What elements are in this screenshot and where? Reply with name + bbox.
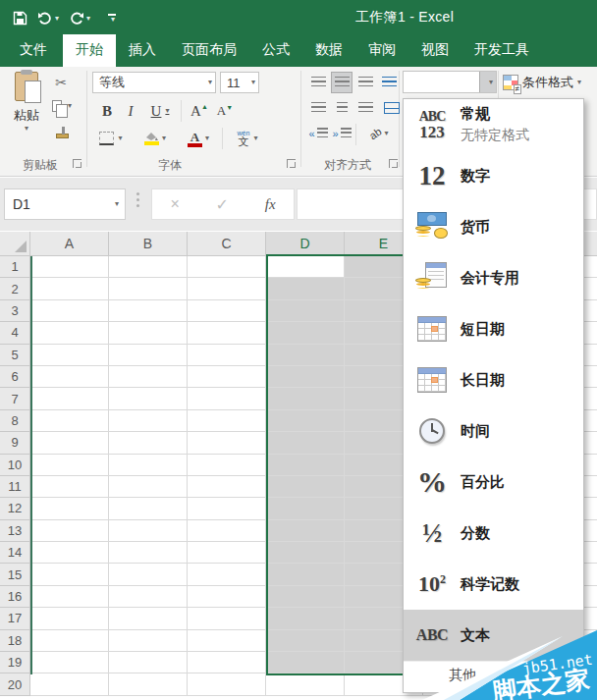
cell[interactable]: [109, 476, 188, 498]
tab-开始[interactable]: 开始: [63, 34, 116, 67]
select-all-corner[interactable]: [0, 232, 30, 256]
cell[interactable]: [266, 608, 345, 629]
cell[interactable]: [30, 630, 109, 652]
cell[interactable]: [266, 586, 345, 608]
fill-color-button[interactable]: ▾: [137, 128, 173, 149]
format-option-time[interactable]: 时间: [404, 405, 583, 457]
cell[interactable]: [109, 564, 188, 585]
tab-数据[interactable]: 数据: [302, 34, 355, 67]
row-header-17[interactable]: 17: [0, 608, 30, 629]
cell[interactable]: [30, 608, 109, 629]
cell[interactable]: [30, 345, 109, 366]
redo-caret-icon[interactable]: ▾: [86, 14, 90, 23]
cell[interactable]: [109, 455, 188, 476]
cell[interactable]: [266, 630, 345, 652]
cell[interactable]: [30, 586, 109, 608]
cell[interactable]: [30, 256, 109, 278]
tab-公式[interactable]: 公式: [249, 34, 302, 67]
row-header-8[interactable]: 8: [0, 410, 30, 432]
align-bottom-button[interactable]: [355, 73, 375, 92]
cell[interactable]: [109, 652, 188, 673]
format-option-fraction[interactable]: ½分数: [404, 508, 583, 559]
column-header-C[interactable]: C: [188, 232, 266, 256]
cell[interactable]: [30, 366, 109, 388]
grow-font-button[interactable]: A▲: [189, 100, 210, 122]
cell[interactable]: [188, 455, 266, 476]
cell[interactable]: [109, 608, 188, 629]
cell[interactable]: [109, 322, 188, 344]
cell[interactable]: [30, 476, 109, 498]
formula-bar-drag-handle[interactable]: [136, 198, 139, 201]
clipboard-dialog-launcher[interactable]: [73, 159, 81, 168]
format-option-percent[interactable]: %百分比: [404, 457, 583, 508]
align-left-button[interactable]: [308, 98, 328, 118]
column-header-A[interactable]: A: [30, 232, 109, 256]
row-header-7[interactable]: 7: [0, 388, 30, 409]
cell[interactable]: [109, 300, 188, 322]
redo-button[interactable]: ▾: [66, 10, 93, 27]
row-header-3[interactable]: 3: [0, 300, 30, 322]
cell[interactable]: [188, 520, 266, 542]
name-box[interactable]: D1 ▾: [4, 188, 126, 220]
tab-视图[interactable]: 视图: [408, 34, 461, 67]
cell[interactable]: [266, 410, 345, 432]
bold-button[interactable]: B: [98, 100, 116, 122]
cell[interactable]: [30, 652, 109, 673]
cell[interactable]: [266, 455, 345, 476]
format-option-number[interactable]: 12数字: [404, 150, 583, 201]
row-header-12[interactable]: 12: [0, 498, 30, 519]
format-option-currency[interactable]: 货币: [404, 201, 583, 252]
cell[interactable]: [30, 300, 109, 322]
name-box-caret-icon[interactable]: ▾: [109, 200, 125, 208]
cell[interactable]: [188, 608, 266, 629]
row-header-1[interactable]: 1: [0, 256, 30, 278]
insert-function-button[interactable]: fx: [265, 196, 276, 213]
cell[interactable]: [266, 300, 345, 322]
format-option-short-date[interactable]: 短日期: [404, 303, 583, 354]
cell[interactable]: [266, 652, 345, 673]
font-name-combo[interactable]: 等线▾: [92, 72, 216, 93]
increase-indent-button[interactable]: »: [332, 124, 352, 143]
tab-插入[interactable]: 插入: [116, 34, 169, 67]
copy-button[interactable]: ▾: [47, 96, 77, 116]
cell[interactable]: [188, 278, 266, 299]
font-size-combo[interactable]: 11▾: [220, 72, 259, 93]
cell[interactable]: [188, 256, 266, 278]
cell[interactable]: [30, 410, 109, 432]
cell[interactable]: [109, 432, 188, 454]
cell[interactable]: [188, 345, 266, 366]
format-option-long-date[interactable]: 长日期: [404, 354, 583, 405]
row-header-18[interactable]: 18: [0, 630, 30, 652]
cell[interactable]: [109, 520, 188, 542]
cell[interactable]: [188, 542, 266, 564]
shrink-font-button[interactable]: A▼: [214, 100, 236, 122]
cell[interactable]: [30, 564, 109, 585]
cell[interactable]: [188, 388, 266, 409]
customize-qat-button[interactable]: ▾: [105, 12, 119, 24]
italic-button[interactable]: I: [122, 100, 139, 122]
cell[interactable]: [266, 432, 345, 454]
cell[interactable]: [266, 520, 345, 542]
format-option-accounting[interactable]: 会计专用: [404, 252, 583, 303]
format-option-scientific[interactable]: 102科学记数: [404, 559, 583, 610]
format-painter-button[interactable]: [47, 122, 77, 141]
save-icon[interactable]: [10, 9, 30, 27]
cell[interactable]: [188, 564, 266, 585]
alignment-dialog-launcher[interactable]: [389, 159, 398, 168]
row-header-16[interactable]: 16: [0, 586, 30, 608]
cell[interactable]: [266, 388, 345, 409]
orientation-button[interactable]: ab▾: [363, 124, 395, 143]
cell[interactable]: [109, 586, 188, 608]
row-header-19[interactable]: 19: [0, 652, 30, 673]
row-header-11[interactable]: 11: [0, 476, 30, 498]
cell[interactable]: [188, 630, 266, 652]
row-header-6[interactable]: 6: [0, 366, 30, 388]
cell[interactable]: [266, 498, 345, 519]
cell[interactable]: [30, 432, 109, 454]
cell[interactable]: [188, 366, 266, 388]
cell[interactable]: [30, 322, 109, 344]
cell[interactable]: [109, 388, 188, 409]
align-center-button[interactable]: [332, 98, 352, 118]
cell[interactable]: [109, 498, 188, 519]
column-header-B[interactable]: B: [109, 232, 188, 256]
